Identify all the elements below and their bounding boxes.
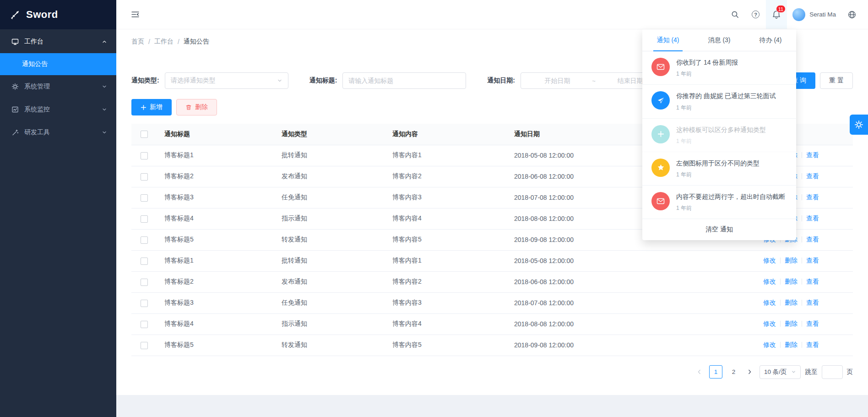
notification-dropdown: 通知 (4) 消息 (3) 待办 (4) 你收到了 14 份新周报 1 年前 你… <box>642 29 796 240</box>
batch-delete-button[interactable]: 删除 <box>176 99 217 115</box>
row-checkbox[interactable] <box>141 342 148 349</box>
chevron-down-icon <box>102 84 107 89</box>
view-link[interactable]: 查看 <box>806 278 819 285</box>
mail-icon <box>651 192 670 210</box>
divider <box>780 258 781 263</box>
tab-notices[interactable]: 通知 (4) <box>642 29 694 51</box>
divider <box>780 300 781 306</box>
edit-link[interactable]: 修改 <box>763 299 776 306</box>
title-input[interactable] <box>342 72 466 89</box>
row-checkbox[interactable] <box>141 194 148 202</box>
notification-title: 你收到了 14 份新周报 <box>676 58 738 67</box>
delete-link[interactable]: 删除 <box>785 257 797 264</box>
plus-icon <box>141 104 146 110</box>
help-button[interactable]: ? <box>745 0 766 29</box>
next-page-button[interactable] <box>745 366 755 379</box>
view-link[interactable]: 查看 <box>806 172 819 180</box>
row-checkbox[interactable] <box>141 279 148 286</box>
notification-item[interactable]: 你收到了 14 份新周报 1 年前 <box>642 51 796 85</box>
divider <box>802 258 802 263</box>
title-label: 通知标题: <box>309 77 337 85</box>
delete-link[interactable]: 删除 <box>785 320 797 327</box>
select-all-checkbox[interactable] <box>141 131 148 138</box>
cell-date: 2018-05-08 12:00:00 <box>507 250 723 271</box>
divider <box>802 279 802 285</box>
edit-link[interactable]: 修改 <box>763 257 776 264</box>
row-checkbox[interactable] <box>141 173 148 181</box>
cell-content: 博客内容5 <box>385 229 507 250</box>
user-menu[interactable]: Serati Ma <box>787 0 841 29</box>
reset-button[interactable]: 重 置 <box>820 72 853 89</box>
edit-link[interactable]: 修改 <box>763 341 776 348</box>
divider <box>802 321 802 327</box>
sidebar-item-dev-tools[interactable]: 研发工具 <box>0 121 116 144</box>
sidebar-item-label: 系统管理 <box>24 82 102 91</box>
col-header-title: 通知标题 <box>157 124 274 145</box>
filter-date-group: 通知日期: ~ <box>487 72 667 89</box>
sidebar-item-system-monitor[interactable]: 系统监控 <box>0 98 116 121</box>
notifications-button[interactable]: 11 <box>766 0 787 29</box>
avatar <box>792 8 805 21</box>
view-link[interactable]: 查看 <box>806 320 819 327</box>
view-link[interactable]: 查看 <box>806 341 819 348</box>
view-link[interactable]: 查看 <box>806 236 819 243</box>
cell-content: 博客内容3 <box>385 292 507 313</box>
cell-title: 博客标题1 <box>157 145 274 166</box>
view-link[interactable]: 查看 <box>806 151 819 159</box>
row-checkbox[interactable] <box>141 152 148 159</box>
cell-type: 指示通知 <box>274 313 385 335</box>
divider <box>780 342 781 348</box>
tab-todos[interactable]: 待办 (4) <box>745 29 796 51</box>
row-checkbox[interactable] <box>141 258 148 265</box>
page-number-2[interactable]: 2 <box>727 365 740 379</box>
notification-title: 内容不要超过两行字，超出时自动截断 <box>676 192 785 201</box>
col-header-content: 通知内容 <box>385 124 507 145</box>
cell-date: 2018-09-08 12:00:00 <box>507 335 723 356</box>
edit-link[interactable]: 修改 <box>763 320 776 327</box>
view-link[interactable]: 查看 <box>806 299 819 306</box>
sidebar-item-label: 研发工具 <box>24 128 102 137</box>
pagination: 1 2 10 条/页 跳至 页 <box>131 365 853 391</box>
notification-item[interactable]: 你推荐的 曲妮妮 已通过第三轮面试 1 年前 <box>642 85 796 118</box>
cell-content: 博客内容1 <box>385 145 507 166</box>
sidebar-item-system-mgmt[interactable]: 系统管理 <box>0 75 116 98</box>
sidebar-item-notice[interactable]: 通知公告 <box>0 53 116 75</box>
breadcrumb-workbench[interactable]: 工作台 <box>154 38 174 46</box>
view-link[interactable]: 查看 <box>806 214 819 222</box>
row-checkbox[interactable] <box>141 236 148 244</box>
view-link[interactable]: 查看 <box>806 193 819 201</box>
page-size-select[interactable]: 10 条/页 <box>760 365 801 379</box>
delete-link[interactable]: 删除 <box>785 299 797 306</box>
row-checkbox[interactable] <box>141 321 148 328</box>
notification-item[interactable]: 左侧图标用于区分不同的类型 1 年前 <box>642 152 796 186</box>
clear-notifications-button[interactable]: 清空 通知 <box>642 219 796 240</box>
view-link[interactable]: 查看 <box>806 257 819 264</box>
notification-item-read[interactable]: 这种模板可以区分多种通知类型 1 年前 <box>642 119 796 152</box>
theme-settings-button[interactable] <box>850 115 868 135</box>
prev-page-button[interactable] <box>694 366 705 379</box>
filter-title-group: 通知标题: <box>309 72 467 89</box>
edit-link[interactable]: 修改 <box>763 278 776 285</box>
delete-link[interactable]: 删除 <box>785 278 797 285</box>
cell-date: 2018-08-08 12:00:00 <box>507 313 723 335</box>
row-checkbox[interactable] <box>141 300 148 307</box>
type-select[interactable]: 请选择通知类型 <box>165 72 288 89</box>
page-number-1[interactable]: 1 <box>709 365 722 379</box>
delete-link[interactable]: 删除 <box>785 341 797 348</box>
language-button[interactable] <box>841 0 868 29</box>
breadcrumb-home[interactable]: 首页 <box>131 38 144 46</box>
chevron-down-icon <box>102 107 107 112</box>
cell-title: 博客标题3 <box>157 187 274 208</box>
tab-messages[interactable]: 消息 (3) <box>694 29 745 51</box>
app-logo[interactable]: Sword <box>0 0 116 29</box>
add-button[interactable]: 新增 <box>131 99 172 115</box>
notification-item[interactable]: 内容不要超过两行字，超出时自动截断 1 年前 <box>642 186 796 219</box>
sidebar-item-workbench[interactable]: 工作台 <box>0 30 116 53</box>
jump-page-input[interactable] <box>822 365 843 379</box>
start-date-input[interactable] <box>525 77 590 84</box>
cell-type: 任免通知 <box>274 187 385 208</box>
row-checkbox[interactable] <box>141 215 148 223</box>
menu-fold-button[interactable] <box>129 9 141 21</box>
search-button[interactable] <box>725 0 745 29</box>
breadcrumb-current: 通知公告 <box>184 38 209 46</box>
